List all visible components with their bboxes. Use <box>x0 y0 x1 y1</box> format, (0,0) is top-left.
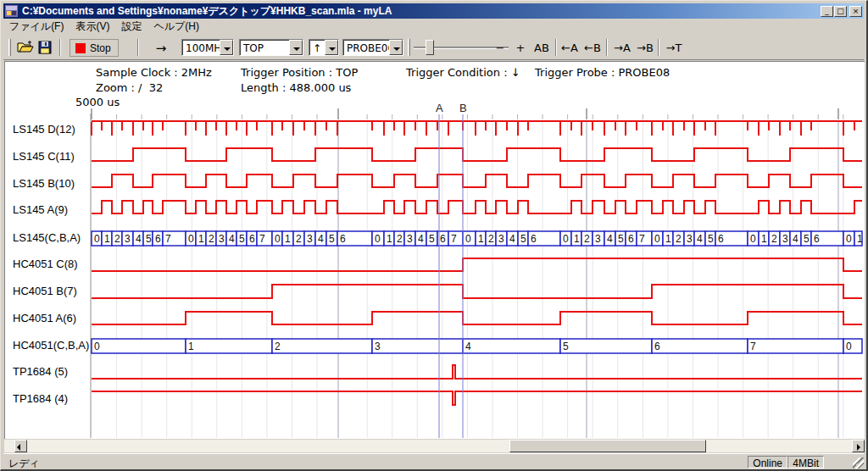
bus-value-ls145-bus: 1 <box>198 233 204 245</box>
bus-value-ls145-bus: 7 <box>451 233 457 245</box>
scrollbar-thumb[interactable] <box>509 440 706 452</box>
bus-value-ls145-bus: 1 <box>665 233 671 245</box>
bus-value-hc4051-bus: 3 <box>375 341 381 352</box>
bus-value-ls145-bus: 1 <box>761 233 767 245</box>
waveform-hc4051-b7 <box>92 285 862 298</box>
bus-value-ls145-bus: 1 <box>387 233 392 245</box>
bus-value-ls145-bus: 6 <box>628 233 634 245</box>
bus-cell-hc4051-bus <box>463 339 560 353</box>
bus-value-ls145-bus: 1 <box>285 233 291 245</box>
status-message: レディ <box>8 457 40 471</box>
bus-value-ls145-bus: 3 <box>595 233 601 245</box>
bus-value-ls145-bus: 5 <box>708 233 714 245</box>
waveform-tp1684-5 <box>92 365 862 379</box>
horizontal-scrollbar[interactable] <box>4 440 865 452</box>
bus-value-ls145-bus: 2 <box>397 233 403 245</box>
bus-value-ls145-bus: 4 <box>136 233 142 245</box>
status-memory-badge: 4MBit <box>787 456 824 468</box>
bus-value-hc4051-bus: 0 <box>94 341 100 352</box>
scroll-left-button[interactable] <box>14 440 27 452</box>
bus-value-ls145-bus: 4 <box>697 233 703 245</box>
bus-value-ls145-bus: 3 <box>407 233 413 245</box>
bus-value-ls145-bus: 4 <box>793 233 798 245</box>
bus-value-ls145-bus: 3 <box>782 233 788 245</box>
resize-grip[interactable] <box>853 457 864 468</box>
bus-value-hc4051-bus: 6 <box>654 341 660 352</box>
bus-value-ls145-bus: 2 <box>676 233 682 245</box>
bus-value-ls145-bus: 2 <box>114 233 120 245</box>
bus-value-ls145-bus: 7 <box>259 233 265 245</box>
bus-value-ls145-bus: 6 <box>814 233 820 245</box>
bus-value-ls145-bus: 5 <box>329 233 335 245</box>
bus-value-ls145-bus: 1 <box>104 233 110 245</box>
bus-value-ls145-bus: 0 <box>846 233 852 245</box>
bus-value-ls145-bus: 2 <box>771 233 777 245</box>
app-window: C:¥Documents and Settings¥noname¥デスクトップ¥… <box>0 0 868 471</box>
bus-value-ls145-bus: 1 <box>857 233 863 245</box>
bus-value-ls145-bus: 4 <box>318 233 324 245</box>
bus-value-hc4051-bus: 4 <box>465 341 471 352</box>
bus-value-ls145-bus: 5 <box>239 233 245 245</box>
bus-value-ls145-bus: 4 <box>418 233 424 245</box>
bus-value-ls145-bus: 3 <box>219 233 225 245</box>
bus-value-hc4051-bus: 2 <box>275 341 281 352</box>
bus-value-ls145-bus: 5 <box>520 233 526 245</box>
bus-value-ls145-bus: 6 <box>718 233 724 245</box>
cursor-A-label: A <box>436 102 443 114</box>
bus-value-ls145-bus: 4 <box>509 233 515 245</box>
bus-cell-hc4051-bus <box>272 339 372 353</box>
bus-value-ls145-bus: 3 <box>125 233 131 245</box>
bus-value-ls145-bus: 2 <box>488 233 494 245</box>
bus-value-ls145-bus: 5 <box>146 233 152 245</box>
bus-cell-hc4051-bus <box>652 339 748 353</box>
bus-value-ls145-bus: 6 <box>249 233 255 245</box>
status-bar: レディ Online 4MBit <box>3 453 864 469</box>
bus-value-ls145-bus: 3 <box>307 233 313 245</box>
bus-value-ls145-bus: 3 <box>687 233 693 245</box>
bus-value-ls145-bus: 7 <box>165 233 171 245</box>
bus-value-ls145-bus: 6 <box>531 233 537 245</box>
bus-value-ls145-bus: 0 <box>94 233 100 245</box>
waveform-hc4051-a6 <box>92 312 862 324</box>
bus-value-ls145-bus: 6 <box>440 233 446 245</box>
bus-value-ls145-bus: 4 <box>229 233 235 245</box>
bus-value-ls145-bus: 7 <box>639 233 645 245</box>
bus-value-ls145-bus: 5 <box>618 233 624 245</box>
bus-value-hc4051-bus: 7 <box>750 341 756 352</box>
bus-value-ls145-bus: 0 <box>275 233 281 245</box>
bus-value-ls145-bus: 3 <box>498 233 504 245</box>
waveform-tp1684-4 <box>92 391 862 405</box>
bus-value-hc4051-bus: 1 <box>188 341 194 352</box>
bus-cell-hc4051-bus <box>186 339 272 353</box>
bus-cell-hc4051-bus <box>748 339 843 353</box>
bus-value-ls145-bus: 0 <box>654 233 660 245</box>
waveform-ls145-c11 <box>92 148 862 161</box>
bus-value-ls145-bus: 0 <box>375 233 381 245</box>
bus-value-ls145-bus: 2 <box>209 233 214 245</box>
bus-value-ls145-bus: 2 <box>296 233 302 245</box>
bus-value-hc4051-bus: 0 <box>846 341 852 352</box>
bus-value-ls145-bus: 2 <box>584 233 590 245</box>
bus-value-ls145-bus: 0 <box>750 233 756 245</box>
waveform-hc4051-c8 <box>92 258 862 271</box>
bus-value-ls145-bus: 5 <box>429 233 435 245</box>
bus-value-ls145-bus: 4 <box>607 233 613 245</box>
bus-value-ls145-bus: 0 <box>465 233 471 245</box>
bus-cell-hc4051-bus <box>92 339 186 353</box>
bus-value-hc4051-bus: 5 <box>563 341 569 352</box>
bus-value-ls145-bus: 1 <box>574 233 580 245</box>
scroll-right-button[interactable] <box>852 440 865 452</box>
cursor-B-label: B <box>459 102 467 114</box>
bus-value-ls145-bus: 0 <box>563 233 569 245</box>
bus-value-ls145-bus: 6 <box>155 233 161 245</box>
bus-value-ls145-bus: 6 <box>340 233 346 245</box>
bus-value-ls145-bus: 0 <box>188 233 194 245</box>
bus-value-ls145-bus: 1 <box>478 233 484 245</box>
bus-cell-hc4051-bus <box>372 339 463 353</box>
waveform-canvas: 0123456701234567012345601234567012345601… <box>1 1 868 471</box>
waveform-ls145-b10 <box>92 175 862 187</box>
bus-cell-hc4051-bus <box>560 339 652 353</box>
bus-value-ls145-bus: 5 <box>804 233 810 245</box>
status-online-badge: Online <box>748 456 787 468</box>
waveform-ls145-a9 <box>92 201 862 213</box>
